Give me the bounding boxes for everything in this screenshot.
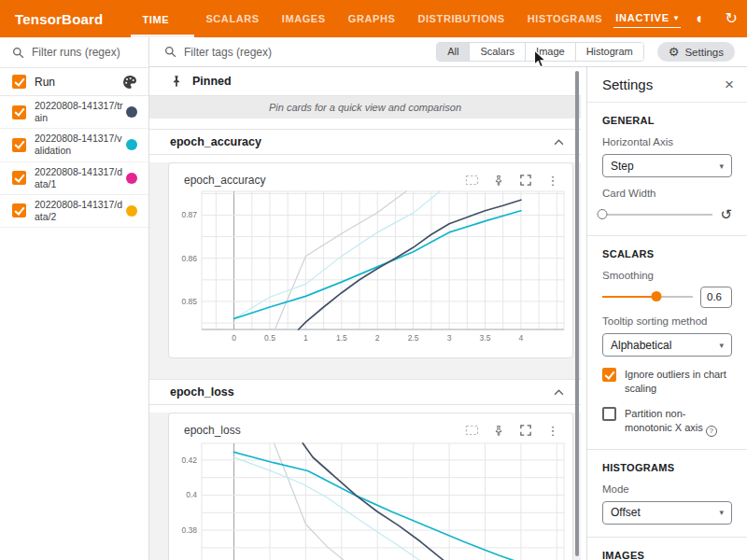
filter-runs-input[interactable]: Filter runs (regex) xyxy=(0,37,148,68)
svg-text:2.5: 2.5 xyxy=(408,333,419,343)
filter-runs-placeholder: Filter runs (regex) xyxy=(32,46,120,59)
smoothing-value-input[interactable]: 0.6 xyxy=(700,287,732,308)
run-name-data-1: 20220808-141317/data/1 xyxy=(35,166,126,190)
scalar-card-epoch-loss: epoch_loss ⋮ 0.360.380.40.42 xyxy=(168,413,573,560)
tooltip-sorting-select[interactable]: Alphabetical ▾ xyxy=(602,333,732,357)
svg-text:1: 1 xyxy=(303,333,308,343)
run-checkbox-data-2[interactable] xyxy=(12,203,26,217)
histogram-mode-select[interactable]: Offset ▾ xyxy=(602,501,732,525)
tag-type-filter-group: All Scalars Image Histogram xyxy=(436,42,644,62)
tab-time-series[interactable]: TIME SERIES xyxy=(131,0,194,37)
svg-text:2: 2 xyxy=(375,333,380,343)
tab-distributions[interactable]: DISTRIBUTIONS xyxy=(406,0,515,37)
header-actions: INACTIVE ▾ ◐ ↻ ⚙ ? xyxy=(613,7,747,30)
select-all-runs-checkbox[interactable] xyxy=(12,75,26,89)
run-checkbox-train[interactable] xyxy=(12,105,26,119)
svg-text:3: 3 xyxy=(447,333,452,343)
epoch-accuracy-chart[interactable]: 0.850.860.8700.511.522.533.54 xyxy=(172,189,572,352)
settings-panel-header: Settings × xyxy=(587,67,747,103)
images-heading: IMAGES xyxy=(602,550,732,560)
card-actions: ⋮ xyxy=(461,422,563,439)
tab-histograms[interactable]: HISTOGRAMS xyxy=(516,0,613,37)
filter-tags-placeholder: Filter tags (regex) xyxy=(184,46,272,59)
section-body-epoch-accuracy: epoch_accuracy ⋮ 0.850.860.8700.511.522.… xyxy=(149,162,581,373)
refresh-icon[interactable]: ↻ xyxy=(720,7,742,30)
pin-card-icon[interactable] xyxy=(488,172,509,189)
card-width-slider[interactable] xyxy=(602,208,712,221)
brightness-toggle-icon[interactable]: ◐ xyxy=(689,7,712,30)
fit-domain-icon[interactable] xyxy=(461,172,482,189)
chevron-up-icon[interactable] xyxy=(554,389,564,396)
search-icon xyxy=(12,47,24,59)
tags-toolbar: Filter tags (regex) All Scalars Image Hi… xyxy=(149,37,747,67)
run-checkbox-data-1[interactable] xyxy=(12,171,26,185)
run-checkbox-validation[interactable] xyxy=(12,138,26,152)
run-color-dot-train xyxy=(126,106,137,118)
tab-graphs[interactable]: GRAPHS xyxy=(337,0,407,37)
pinned-section-header: Pinned xyxy=(149,67,581,96)
run-color-dot-data-1 xyxy=(126,173,137,184)
app-header: TensorBoard TIME SERIES SCALARS IMAGES G… xyxy=(0,0,747,37)
runs-header-label: Run xyxy=(35,76,122,89)
kebab-menu-icon[interactable]: ⋮ xyxy=(543,422,563,439)
status-value: INACTIVE xyxy=(615,12,669,23)
run-row-train[interactable]: 20220808-141317/train xyxy=(0,96,148,129)
filter-tags-input[interactable]: Filter tags (regex) xyxy=(149,46,436,59)
fit-domain-icon[interactable] xyxy=(461,422,482,439)
kebab-menu-icon[interactable]: ⋮ xyxy=(543,172,563,189)
ignore-outliers-checkbox[interactable] xyxy=(602,368,616,382)
scalar-card-epoch-accuracy: epoch_accuracy ⋮ 0.850.860.8700.511.522.… xyxy=(168,162,573,358)
horizontal-axis-select[interactable]: Step ▾ xyxy=(602,154,732,177)
svg-text:3.5: 3.5 xyxy=(480,333,491,343)
close-icon[interactable]: × xyxy=(725,76,734,94)
run-name-train: 20220808-141317/train xyxy=(35,100,126,124)
svg-text:0.87: 0.87 xyxy=(181,210,197,219)
reload-status-select[interactable]: INACTIVE ▾ xyxy=(613,9,681,28)
smoothing-slider[interactable] xyxy=(602,290,693,303)
run-row-data-1[interactable]: 20220808-141317/data/1 xyxy=(0,162,148,195)
section-header-epoch-loss[interactable]: epoch_loss xyxy=(149,379,581,405)
svg-text:0: 0 xyxy=(232,333,236,343)
reset-icon[interactable]: ↺ xyxy=(720,208,732,221)
fullscreen-icon[interactable] xyxy=(515,172,536,189)
general-heading: GENERAL xyxy=(602,115,732,126)
pin-icon xyxy=(170,75,183,88)
card-header: epoch_loss ⋮ xyxy=(169,413,572,440)
run-row-validation[interactable]: 20220808-141317/validation xyxy=(0,129,148,161)
settings-panel: Settings × GENERAL Horizontal Axis Step … xyxy=(586,67,747,560)
chevron-down-icon: ▾ xyxy=(719,161,724,171)
card-title: epoch_loss xyxy=(184,424,461,437)
section-header-epoch-accuracy[interactable]: epoch_accuracy xyxy=(149,129,581,155)
run-name-validation: 20220808-141317/validation xyxy=(35,133,126,157)
palette-icon[interactable] xyxy=(122,75,137,90)
pin-card-icon[interactable] xyxy=(488,422,509,439)
fullscreen-icon[interactable] xyxy=(515,422,536,439)
help-icon[interactable]: ? xyxy=(706,426,717,437)
tooltip-sorting-label: Tooltip sorting method xyxy=(602,315,732,327)
pill-scalars[interactable]: Scalars xyxy=(469,43,525,61)
main-nav-tabs: TIME SERIES SCALARS IMAGES GRAPHS DISTRI… xyxy=(131,0,613,37)
runs-sidebar: Filter runs (regex) Run 20220808-141317/… xyxy=(0,37,149,560)
chevron-down-icon: ▾ xyxy=(719,341,724,350)
chevron-up-icon[interactable] xyxy=(554,139,564,146)
card-actions: ⋮ xyxy=(461,172,563,189)
ignore-outliers-row[interactable]: Ignore outliers in chart scaling xyxy=(602,368,732,396)
svg-text:1.5: 1.5 xyxy=(336,333,347,343)
runs-header-row: Run xyxy=(0,68,148,96)
partition-x-axis-row[interactable]: Partition non-monotonic X axis? xyxy=(602,407,732,437)
pill-all[interactable]: All xyxy=(437,43,469,61)
tensorboard-app: TensorBoard TIME SERIES SCALARS IMAGES G… xyxy=(0,0,747,560)
pill-image[interactable]: Image xyxy=(525,43,575,61)
pill-histogram[interactable]: Histogram xyxy=(575,43,643,61)
tab-scalars[interactable]: SCALARS xyxy=(194,0,270,37)
cards-scroll-area: Pinned Pin cards for a quick view and co… xyxy=(149,67,581,560)
settings-panel-title: Settings xyxy=(602,77,725,92)
run-row-data-2[interactable]: 20220808-141317/data/2 xyxy=(0,195,148,228)
card-width-label: Card Width xyxy=(602,188,732,199)
settings-button[interactable]: ⚙ Settings xyxy=(657,42,735,62)
tab-images[interactable]: IMAGES xyxy=(271,0,337,37)
epoch-loss-chart[interactable]: 0.360.380.40.42 xyxy=(172,440,572,560)
main-scrollbar-thumb[interactable] xyxy=(575,71,579,556)
svg-text:0.85: 0.85 xyxy=(181,297,197,306)
partition-x-axis-checkbox[interactable] xyxy=(602,407,616,421)
